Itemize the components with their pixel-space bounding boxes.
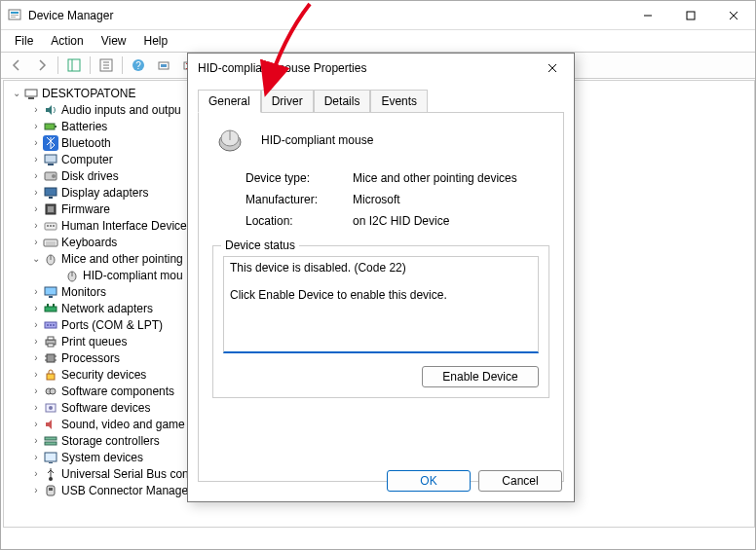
help-button[interactable]: ? bbox=[127, 54, 150, 77]
svg-rect-70 bbox=[49, 462, 53, 463]
chevron-right-icon[interactable]: › bbox=[29, 104, 43, 115]
chevron-right-icon[interactable]: › bbox=[29, 121, 43, 131]
swdev-icon bbox=[43, 400, 58, 416]
svg-point-64 bbox=[50, 388, 56, 394]
tree-item-label: Mice and other pointing bbox=[61, 252, 183, 266]
chevron-right-icon[interactable]: › bbox=[29, 468, 43, 479]
chevron-down-icon[interactable]: ⌄ bbox=[10, 88, 23, 98]
svg-rect-57 bbox=[47, 354, 55, 362]
chevron-right-icon[interactable]: › bbox=[29, 154, 43, 165]
tab-strip: General Driver Details Events bbox=[198, 89, 564, 112]
minimize-button[interactable] bbox=[626, 2, 669, 29]
chevron-right-icon[interactable]: › bbox=[29, 319, 43, 330]
computerRoot-icon bbox=[23, 86, 39, 101]
svg-rect-17 bbox=[161, 64, 167, 67]
show-hide-tree-button[interactable] bbox=[62, 54, 86, 77]
back-button[interactable] bbox=[5, 54, 28, 77]
chevron-right-icon[interactable]: › bbox=[29, 336, 43, 347]
security-icon bbox=[43, 367, 58, 383]
tab-details[interactable]: Details bbox=[314, 90, 371, 113]
svg-rect-56 bbox=[48, 344, 54, 347]
chevron-right-icon[interactable]: › bbox=[29, 137, 43, 148]
mouse-icon bbox=[43, 251, 58, 267]
chevron-right-icon[interactable]: › bbox=[29, 203, 43, 214]
status-textarea[interactable] bbox=[223, 256, 539, 353]
tree-item-label: Storage controllers bbox=[61, 434, 160, 448]
menu-file[interactable]: File bbox=[7, 32, 41, 50]
sound-icon bbox=[43, 417, 58, 432]
tree-item-label: Display adapters bbox=[61, 186, 148, 200]
menu-help[interactable]: Help bbox=[136, 32, 176, 50]
chevron-right-icon[interactable]: › bbox=[29, 402, 43, 413]
system-icon bbox=[43, 450, 58, 465]
tree-item-label: Software components bbox=[61, 385, 174, 398]
properties-dialog: HID-compliant mouse Properties General D… bbox=[187, 53, 575, 502]
tree-item-label: Ports (COM & LPT) bbox=[61, 318, 163, 332]
tree-item-label: Network adapters bbox=[61, 302, 153, 315]
svg-point-71 bbox=[49, 477, 53, 481]
chevron-right-icon[interactable]: › bbox=[29, 237, 43, 247]
label-location: Location: bbox=[246, 214, 353, 228]
firmware-icon bbox=[43, 202, 58, 217]
scan-hardware-button[interactable] bbox=[152, 54, 175, 77]
tree-item-label: Security devices bbox=[61, 368, 146, 382]
net-icon bbox=[43, 301, 58, 316]
chevron-right-icon[interactable]: › bbox=[29, 419, 43, 429]
chevron-down-icon[interactable]: ⌄ bbox=[29, 253, 43, 264]
maximize-button[interactable] bbox=[669, 2, 712, 29]
svg-rect-2 bbox=[11, 15, 19, 16]
tree-item-label: Keyboards bbox=[61, 236, 117, 249]
value-device-type: Mice and other pointing devices bbox=[353, 171, 549, 185]
chevron-right-icon[interactable]: › bbox=[29, 187, 43, 198]
svg-rect-8 bbox=[68, 59, 80, 71]
svg-rect-67 bbox=[45, 437, 57, 440]
svg-text:?: ? bbox=[135, 60, 141, 71]
menu-action[interactable]: Action bbox=[43, 32, 91, 50]
device-name: HID-compliant mouse bbox=[261, 133, 373, 147]
tab-panel-general: HID-compliant mouse Device type: Mice an… bbox=[198, 112, 564, 482]
svg-point-53 bbox=[53, 324, 55, 326]
dialog-footer: OK Cancel bbox=[387, 470, 562, 492]
svg-rect-45 bbox=[45, 287, 57, 295]
tab-general[interactable]: General bbox=[198, 90, 261, 113]
chevron-right-icon[interactable]: › bbox=[29, 385, 43, 396]
svg-rect-37 bbox=[53, 225, 55, 227]
value-location: on I2C HID Device bbox=[353, 214, 549, 228]
chevron-right-icon[interactable]: › bbox=[29, 170, 43, 181]
chevron-right-icon[interactable]: › bbox=[29, 352, 43, 363]
cancel-button[interactable]: Cancel bbox=[478, 470, 562, 492]
print-icon bbox=[43, 334, 58, 349]
chevron-right-icon[interactable]: › bbox=[29, 286, 43, 297]
svg-rect-68 bbox=[45, 442, 57, 445]
svg-rect-73 bbox=[49, 488, 53, 491]
device-status-group: Device status Enable Device bbox=[212, 245, 549, 398]
chevron-right-icon[interactable]: › bbox=[29, 303, 43, 313]
chevron-right-icon[interactable]: › bbox=[29, 369, 43, 380]
usb-icon bbox=[43, 466, 58, 482]
display-icon bbox=[43, 185, 58, 201]
chevron-right-icon[interactable]: › bbox=[29, 485, 43, 495]
svg-point-51 bbox=[47, 324, 49, 326]
tree-item-label: Processors bbox=[61, 351, 120, 365]
menu-view[interactable]: View bbox=[94, 32, 134, 50]
tab-driver[interactable]: Driver bbox=[261, 90, 314, 113]
chevron-right-icon[interactable]: › bbox=[29, 452, 43, 462]
chevron-right-icon[interactable]: › bbox=[29, 435, 43, 446]
svg-rect-21 bbox=[25, 90, 37, 96]
mouse-icon bbox=[212, 127, 247, 154]
svg-rect-46 bbox=[49, 296, 53, 298]
ok-button[interactable]: OK bbox=[387, 470, 471, 492]
tree-item-label: HID-compliant mou bbox=[83, 269, 183, 282]
enable-device-button[interactable]: Enable Device bbox=[422, 366, 539, 387]
chevron-right-icon[interactable]: › bbox=[29, 220, 43, 231]
titlebar: Device Manager bbox=[1, 1, 755, 30]
tree-item-label: Disk drives bbox=[61, 169, 119, 183]
forward-button[interactable] bbox=[30, 54, 54, 77]
close-button[interactable] bbox=[712, 2, 755, 29]
svg-rect-30 bbox=[45, 188, 57, 196]
tab-events[interactable]: Events bbox=[370, 90, 428, 113]
properties-button[interactable] bbox=[94, 54, 118, 77]
dialog-close-button[interactable] bbox=[531, 55, 574, 82]
svg-rect-48 bbox=[47, 304, 49, 307]
svg-point-52 bbox=[50, 324, 52, 326]
